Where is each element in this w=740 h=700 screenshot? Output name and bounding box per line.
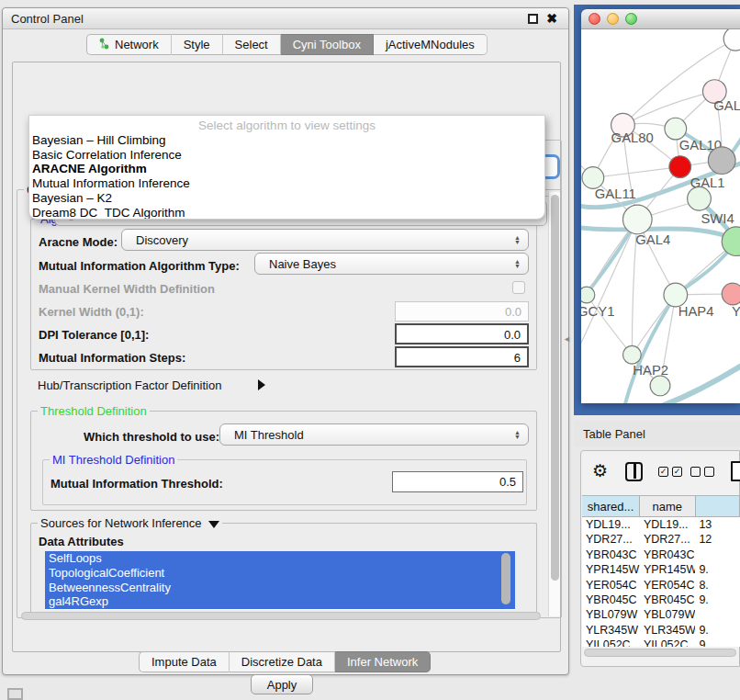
kernel-width-value: 0.0 — [505, 305, 521, 319]
settings-vertical-scrollbar[interactable] — [548, 192, 560, 616]
cyni-algorithm-settings-group: Cyni Algorithm Settings Algorithm Defini… — [17, 189, 562, 618]
tab-style[interactable]: Style — [172, 34, 223, 55]
dropdown-item[interactable]: Bayesian – Hill Climbing — [29, 133, 544, 148]
table-row[interactable]: YBL079WYBL079W — [582, 607, 740, 622]
tab-cyni-toolbox[interactable]: Cyni Toolbox — [281, 34, 374, 55]
close-icon[interactable]: ✖ — [546, 11, 557, 26]
network-node-gal10[interactable] — [665, 118, 687, 140]
table-row[interactable]: YER054CYER054C8. — [582, 578, 740, 593]
application: Control Panel ✖ NetworkStyleSelectCyni T… — [0, 0, 740, 700]
network-node-gcy1[interactable] — [581, 287, 595, 303]
list-item[interactable]: TopologicalCoefficient — [45, 566, 515, 581]
tab-jactivemnodules[interactable]: jActiveMNodules — [374, 34, 488, 55]
sources-group-title[interactable]: Sources for Network Inference — [38, 516, 222, 530]
network-node-y[interactable] — [722, 283, 740, 305]
float-window-icon[interactable] — [528, 14, 538, 24]
table-horizontal-scrollbar[interactable] — [583, 648, 738, 659]
table-row[interactable]: YBR045CYBR045C9. — [582, 593, 740, 607]
columns-icon[interactable] — [625, 462, 643, 481]
node-table[interactable]: shared...nameYDL19...YDL19...13YDR27...Y… — [582, 495, 740, 647]
table-cell: YPR145W — [640, 562, 696, 577]
manual-kernel-label: Manual Kernel Width Definition — [39, 282, 215, 296]
table-row[interactable]: YDL19...YDL19...13 — [582, 517, 740, 532]
apply-button[interactable]: Apply — [251, 674, 313, 694]
node-label: Y — [732, 304, 740, 319]
mi-steps-field[interactable]: 6 — [395, 346, 529, 367]
table-row[interactable]: YLR345WYLR345W9. — [582, 623, 740, 638]
minimize-traffic-icon[interactable] — [607, 13, 619, 25]
cyni-toolbox-panel: gal-filtered.sif default node Select alg… — [12, 62, 561, 652]
node-label: HAP4 — [678, 304, 714, 319]
settings-horizontal-scrollbar[interactable] — [21, 612, 541, 620]
network-node-gal4[interactable] — [622, 205, 652, 234]
deselect-all-checks-icon[interactable] — [690, 467, 714, 477]
collapse-down-icon[interactable] — [208, 521, 219, 528]
spinner-arrows-icon: ▲▼ — [514, 254, 521, 274]
network-edge[interactable] — [593, 167, 680, 178]
table-row[interactable]: YIL052CYIL052C9 — [582, 638, 740, 647]
corner-widget[interactable] — [7, 688, 23, 700]
table-cell: YBR043C — [640, 548, 696, 562]
kernel-width-field[interactable]: 0.0 — [395, 301, 529, 322]
tab-discretize-data[interactable]: Discretize Data — [230, 651, 335, 672]
network-node-gal1[interactable] — [669, 156, 691, 178]
table-cell: YDR27... — [582, 532, 640, 547]
dropdown-item[interactable]: Basic Correlation Inference — [29, 148, 544, 163]
tab-label: Style — [184, 38, 210, 51]
scrollbar-thumb[interactable] — [551, 195, 559, 581]
network-node-gal11[interactable] — [582, 167, 604, 189]
column-header[interactable]: name — [640, 496, 696, 517]
dropdown-item[interactable]: Dream8 DC_TDC Algorithm — [29, 206, 544, 220]
dropdown-item[interactable]: ARACNE Algorithm — [29, 162, 544, 176]
table-cell: 8. — [695, 578, 740, 593]
zoom-traffic-icon[interactable] — [625, 13, 637, 25]
network-node-swi4[interactable] — [688, 186, 712, 210]
tab-impute-data[interactable]: Impute Data — [139, 651, 230, 672]
dpi-tolerance-field[interactable]: 0.0 — [395, 323, 529, 344]
table-cell: 9. — [695, 623, 740, 638]
select-all-checks-icon[interactable]: ✓✓ — [658, 467, 682, 477]
table-cell: YBR043C — [582, 548, 640, 562]
list-item[interactable]: BetweennessCentrality — [45, 581, 515, 595]
network-edge[interactable] — [663, 360, 740, 403]
aracne-mode-value: Discovery — [136, 233, 188, 247]
hub-definition-label[interactable]: Hub/Transcription Factor Definition — [38, 378, 221, 392]
manual-kernel-checkbox[interactable] — [512, 281, 525, 294]
network-node-hap2[interactable] — [622, 345, 641, 364]
list-item[interactable]: gal4RGexp — [45, 594, 515, 609]
list-item[interactable]: SelfLoops — [45, 551, 515, 566]
table-row[interactable]: YDR27...YDR27...12 — [582, 532, 740, 547]
table-cell: YDL19... — [582, 517, 640, 532]
dropdown-item[interactable]: Bayesian – K2 — [29, 191, 544, 206]
dpi-tolerance-label: DPI Tolerance [0,1]: — [39, 328, 149, 342]
column-header[interactable] — [696, 496, 740, 517]
network-node[interactable] — [723, 29, 740, 51]
gear-icon[interactable]: ⚙ — [592, 460, 608, 481]
tab-network[interactable]: Network — [86, 34, 172, 55]
dropdown-item[interactable]: Mutual Information Inference — [29, 176, 544, 191]
network-node[interactable] — [708, 147, 735, 175]
close-traffic-icon[interactable] — [589, 13, 600, 25]
network-node[interactable] — [650, 376, 670, 396]
splitter-collapse-icon[interactable]: ◄ — [563, 334, 571, 344]
which-threshold-combo[interactable]: MI Threshold ▲▼ — [219, 423, 529, 446]
document-icon[interactable] — [731, 461, 740, 481]
table-cell: YBL079W — [582, 607, 640, 622]
table-row[interactable]: YBR043CYBR043C — [582, 548, 740, 562]
scrollbar-thumb[interactable] — [584, 649, 736, 657]
table-row[interactable]: YPR145WYPR145W9. — [582, 562, 740, 577]
data-attributes-list[interactable]: SelfLoopsTopologicalCoefficientBetweenne… — [45, 551, 515, 610]
mi-type-combo[interactable]: Naive Bayes ▲▼ — [254, 253, 529, 275]
mi-threshold-field[interactable]: 0.5 — [392, 471, 523, 492]
network-graph[interactable]: GALGAL80GAL10GAL1GAL11SWI4GAL4GCY1HAP4YH… — [581, 29, 740, 403]
column-header[interactable]: shared... — [582, 496, 640, 517]
network-canvas[interactable]: GALGAL80GAL10GAL1GAL11SWI4GAL4GCY1HAP4YH… — [581, 29, 740, 403]
list-vertical-scrollbar[interactable] — [501, 553, 510, 604]
network-window-titlebar[interactable] — [581, 9, 740, 29]
tab-infer-network[interactable]: Infer Network — [335, 651, 431, 672]
expand-right-icon[interactable] — [258, 379, 265, 390]
which-threshold-label: Which threshold to use: — [84, 430, 219, 444]
control-panel-window: Control Panel ✖ NetworkStyleSelectCyni T… — [2, 7, 569, 675]
tab-select[interactable]: Select — [223, 34, 281, 55]
aracne-mode-combo[interactable]: Discovery ▲▼ — [121, 229, 529, 251]
